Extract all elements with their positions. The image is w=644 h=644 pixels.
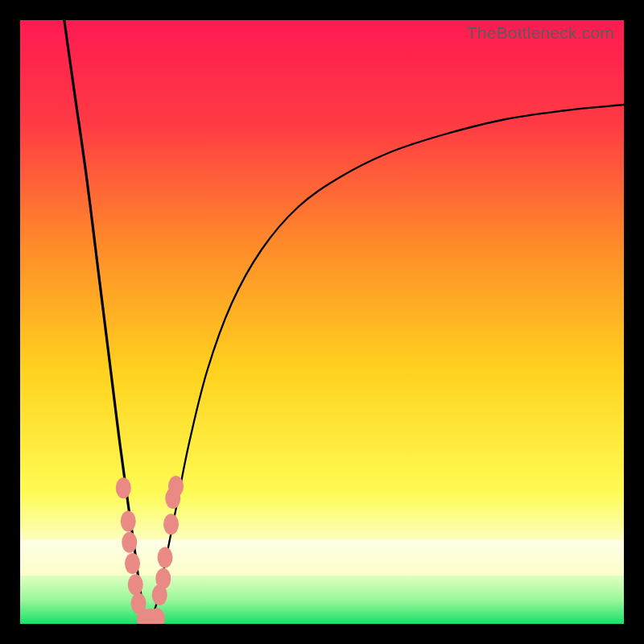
data-marker xyxy=(128,574,143,595)
gradient-background xyxy=(20,20,624,624)
data-marker xyxy=(121,511,136,532)
data-marker xyxy=(122,532,137,553)
data-marker xyxy=(125,553,140,574)
data-marker xyxy=(116,477,131,498)
data-marker xyxy=(155,568,171,589)
data-marker xyxy=(158,547,173,568)
data-marker xyxy=(163,514,179,535)
chart-frame: TheBottleneck.com xyxy=(20,20,624,624)
bottleneck-chart xyxy=(20,20,624,624)
data-marker xyxy=(168,476,184,497)
attribution-watermark: TheBottleneck.com xyxy=(467,23,614,43)
